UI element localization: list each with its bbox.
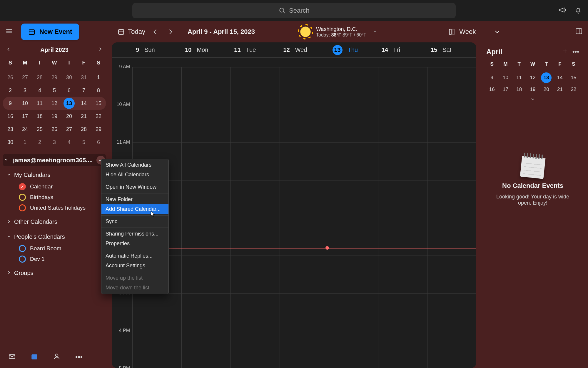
day-header[interactable]: 12Wed: [280, 47, 329, 53]
day-header[interactable]: 13Thu: [329, 45, 378, 55]
context-menu-item[interactable]: Hide All Calendars: [101, 170, 168, 180]
context-menu-item[interactable]: Sharing Permissions...: [101, 229, 168, 239]
rpanel-cal-day[interactable]: 20: [539, 84, 553, 95]
day-header[interactable]: 10Mon: [181, 47, 230, 53]
mini-cal-day[interactable]: 6: [62, 84, 76, 97]
calendar-item[interactable]: Board Room: [3, 243, 106, 254]
people-icon[interactable]: [53, 353, 61, 362]
mini-cal-day[interactable]: 13: [64, 98, 75, 109]
calendar-group-header[interactable]: My Calendars: [3, 169, 106, 181]
mini-cal-day[interactable]: 1: [91, 71, 106, 84]
rpanel-cal-day[interactable]: 10: [499, 72, 512, 84]
mini-cal-day[interactable]: 30: [62, 71, 76, 84]
rpanel-cal-day[interactable]: 13: [541, 72, 552, 83]
calendar-icon[interactable]: [31, 353, 38, 362]
mini-cal-day[interactable]: 19: [47, 110, 62, 123]
rpanel-cal-day[interactable]: 11: [512, 72, 526, 84]
mini-cal-day[interactable]: 26: [3, 71, 18, 84]
rpanel-cal-day[interactable]: 9: [485, 72, 499, 84]
mini-cal-day[interactable]: 21: [76, 110, 91, 123]
mini-cal-day[interactable]: 6: [91, 136, 106, 149]
mini-cal-day[interactable]: 30: [3, 136, 18, 149]
mini-cal-day[interactable]: 8: [91, 84, 106, 97]
rpanel-cal-day[interactable]: 22: [567, 84, 580, 95]
day-header[interactable]: 15Sat: [427, 47, 476, 53]
mini-cal-day[interactable]: 9: [3, 97, 18, 110]
hamburger-icon[interactable]: [5, 27, 14, 36]
add-event-button[interactable]: [562, 48, 568, 56]
mini-cal-day[interactable]: 11: [32, 97, 47, 110]
mini-cal-day[interactable]: 5: [47, 84, 62, 97]
rpanel-expand[interactable]: [480, 95, 586, 104]
context-menu-item[interactable]: Add Shared Calendar...: [101, 204, 168, 214]
calendar-item[interactable]: Birthdays: [3, 192, 106, 203]
mini-cal-day[interactable]: 27: [62, 123, 76, 136]
mini-cal-day[interactable]: 26: [47, 123, 62, 136]
rpanel-cal-day[interactable]: 15: [567, 72, 580, 84]
calendar-item[interactable]: ✓Calendar: [3, 181, 106, 192]
rpanel-cal-day[interactable]: 19: [526, 84, 539, 95]
mini-cal-day[interactable]: 4: [32, 84, 47, 97]
context-menu-item[interactable]: New Folder: [101, 195, 168, 204]
rpanel-cal-day[interactable]: 17: [499, 84, 512, 95]
rpanel-cal-day[interactable]: 18: [512, 84, 526, 95]
rpanel-cal-day[interactable]: 21: [553, 84, 567, 95]
calendar-item[interactable]: Dev 1: [3, 254, 106, 264]
rpanel-cal-day[interactable]: 16: [485, 84, 499, 95]
calendar-group-header[interactable]: Groups: [3, 267, 106, 279]
mini-cal-day[interactable]: 10: [18, 97, 32, 110]
calendar-item[interactable]: United States holidays: [3, 203, 106, 213]
mini-cal-day[interactable]: 3: [47, 136, 62, 149]
mini-cal-day[interactable]: 28: [32, 71, 47, 84]
today-button[interactable]: Today: [117, 28, 145, 36]
mini-cal-day[interactable]: 28: [76, 123, 91, 136]
mini-cal-day[interactable]: 25: [32, 123, 47, 136]
context-menu-item[interactable]: Properties...: [101, 239, 168, 248]
mini-cal-day[interactable]: 3: [18, 84, 32, 97]
weather-widget[interactable]: Washington, D.C. Today: 88°F 89°F / 60°F: [299, 25, 377, 38]
mini-cal-prev[interactable]: [6, 47, 11, 53]
mini-cal-day[interactable]: 29: [47, 71, 62, 84]
account-header[interactable]: james@meetingroom365.... •••: [3, 154, 106, 166]
context-menu-item[interactable]: Sync: [101, 217, 168, 226]
day-column[interactable]: [427, 67, 476, 368]
mail-icon[interactable]: [8, 353, 16, 362]
mini-cal-day[interactable]: 2: [32, 136, 47, 149]
day-header[interactable]: 14Fri: [378, 47, 427, 53]
day-column[interactable]: [280, 67, 329, 368]
mini-cal-day[interactable]: 4: [62, 136, 76, 149]
mini-cal-day[interactable]: 5: [76, 136, 91, 149]
allday-row[interactable]: [112, 58, 476, 67]
toggle-right-panel-button[interactable]: [575, 27, 583, 36]
rpanel-cal-day[interactable]: 12: [526, 72, 539, 84]
rpanel-cal-day[interactable]: 14: [553, 72, 567, 84]
day-column[interactable]: [181, 67, 230, 368]
bell-icon[interactable]: [574, 6, 582, 15]
mini-cal-day[interactable]: 7: [76, 84, 91, 97]
mini-cal-day[interactable]: 27: [18, 71, 32, 84]
mini-cal-day[interactable]: 17: [18, 110, 32, 123]
context-menu-item[interactable]: Account Settings...: [101, 261, 168, 271]
mini-cal-day[interactable]: 23: [3, 123, 18, 136]
view-selector[interactable]: Week: [442, 25, 507, 39]
day-header[interactable]: 9Sun: [132, 47, 181, 53]
context-menu-item[interactable]: Show All Calendars: [101, 160, 168, 170]
panel-more-button[interactable]: •••: [572, 48, 579, 56]
mini-cal-day[interactable]: 1: [18, 136, 32, 149]
mini-cal-day[interactable]: 12: [47, 97, 62, 110]
new-event-button[interactable]: New Event: [21, 24, 79, 40]
day-column[interactable]: [329, 67, 378, 368]
mini-cal-next[interactable]: [98, 47, 103, 53]
megaphone-icon[interactable]: [559, 6, 566, 15]
mini-cal-day[interactable]: 16: [3, 110, 18, 123]
mini-cal-day[interactable]: 14: [76, 97, 91, 110]
mini-cal-day[interactable]: 31: [76, 71, 91, 84]
day-column[interactable]: [230, 67, 280, 368]
mini-cal-day[interactable]: 15: [91, 97, 106, 110]
mini-cal-day[interactable]: 29: [91, 123, 106, 136]
context-menu-item[interactable]: Automatic Replies...: [101, 251, 168, 261]
mini-cal-day[interactable]: 22: [91, 110, 106, 123]
calendar-group-header[interactable]: People's Calendars: [3, 231, 106, 243]
context-menu-item[interactable]: Open in New Window: [101, 182, 168, 192]
day-header[interactable]: 11Tue: [230, 47, 280, 53]
